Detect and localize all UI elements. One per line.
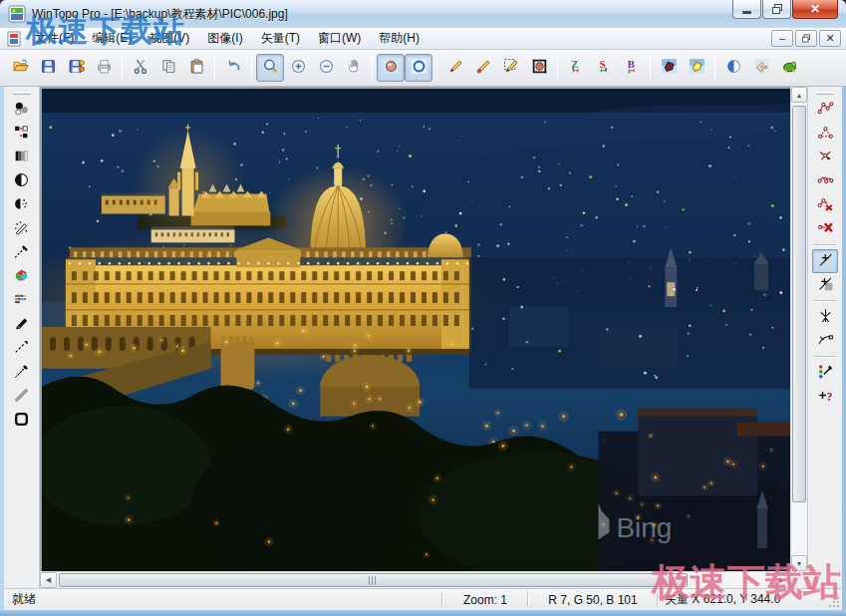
draw-pixel-line-button[interactable] xyxy=(9,313,35,337)
grayscale-button[interactable] xyxy=(9,98,35,122)
draw-thick-line-icon xyxy=(13,387,30,407)
pencil-button[interactable] xyxy=(441,54,469,82)
thin-b-button[interactable]: B xyxy=(618,54,646,82)
print-icon xyxy=(96,58,113,78)
restore-button[interactable] xyxy=(762,0,791,19)
pick-vector-color-icon xyxy=(817,363,834,383)
save-button[interactable] xyxy=(34,54,62,82)
svg-text:B: B xyxy=(627,59,634,70)
status-rgb: R 7, G 50, B 101 xyxy=(529,593,657,607)
scroll-right-button[interactable]: ▶ xyxy=(773,572,790,588)
menu-item-1[interactable]: 文件(F) xyxy=(26,28,83,49)
color-segmentation-button[interactable] xyxy=(9,265,35,289)
minimize-button[interactable] xyxy=(732,0,761,19)
polyline-nodes-button[interactable] xyxy=(812,98,838,122)
move-node-button[interactable] xyxy=(812,249,838,273)
clean-pixels-button[interactable] xyxy=(9,217,35,241)
svg-text:S: S xyxy=(599,59,605,70)
cut-button[interactable] xyxy=(127,54,154,82)
scroll-left-button[interactable]: ◀ xyxy=(40,572,57,588)
run-vectorize-icon xyxy=(781,58,798,78)
menu-item-2[interactable]: 编辑(E) xyxy=(83,28,141,49)
toolbar-grip[interactable] xyxy=(816,92,834,95)
join-polylines-icon xyxy=(817,171,834,191)
one-touch-vectorize-icon xyxy=(725,58,742,78)
undo-button[interactable] xyxy=(219,54,247,82)
resize-grip[interactable] xyxy=(826,589,842,610)
vector-extract-dark-button[interactable] xyxy=(655,54,683,82)
scroll-down-button[interactable]: ▼ xyxy=(791,555,807,571)
delete-node-button[interactable] xyxy=(812,193,838,217)
vertical-scroll-thumb[interactable] xyxy=(792,106,806,502)
thin-z-button[interactable]: Z xyxy=(562,54,590,82)
menu-item-5[interactable]: 矢量(T) xyxy=(252,28,309,49)
raster-view-button[interactable] xyxy=(377,54,405,82)
window-title: WinTopo Pro - [E:\backup\教程素材\PIC\006.jp… xyxy=(32,6,288,23)
open-button[interactable] xyxy=(6,54,34,82)
frame-border-button[interactable] xyxy=(9,409,35,433)
paste-button[interactable] xyxy=(182,54,210,82)
join-polylines-button[interactable] xyxy=(812,169,838,193)
trace-line-icon xyxy=(13,363,30,383)
menu-item-3[interactable]: 视图(V) xyxy=(141,28,198,49)
document-icon[interactable] xyxy=(6,31,22,47)
pick-vector-color-button[interactable] xyxy=(812,361,838,385)
interactive-trace-button[interactable] xyxy=(747,54,775,82)
what-is-this-button[interactable]: ? xyxy=(812,385,838,409)
titlebar[interactable]: WinTopo Pro - [E:\backup\教程素材\PIC\006.jp… xyxy=(0,0,846,28)
smooth-node-button[interactable] xyxy=(812,329,838,353)
zoom-in-button[interactable] xyxy=(284,54,312,82)
toolbar-separator xyxy=(372,55,373,81)
pan-button[interactable] xyxy=(340,54,368,82)
zoom-out-button[interactable] xyxy=(312,54,340,82)
junction-node-button[interactable] xyxy=(812,305,838,329)
vertical-scrollbar[interactable]: ▲ ▼ xyxy=(790,87,807,571)
app-window: WinTopo Pro - [E:\backup\教程素材\PIC\006.jp… xyxy=(0,0,846,616)
erase-pencil-button[interactable] xyxy=(469,54,497,82)
vector-view-button[interactable] xyxy=(405,54,432,82)
horizontal-scroll-track[interactable] xyxy=(58,572,772,588)
close-button[interactable]: ✕ xyxy=(792,0,838,19)
mdi-restore-button[interactable] xyxy=(795,30,817,47)
run-vectorize-button[interactable] xyxy=(775,54,803,82)
copy-button[interactable] xyxy=(154,54,182,82)
zoom-button[interactable] xyxy=(256,54,284,82)
select-area-icon xyxy=(503,58,520,78)
one-touch-vectorize-button[interactable] xyxy=(719,54,747,82)
palette-reduce-button[interactable] xyxy=(9,289,35,313)
menu-item-7[interactable]: 帮助(H) xyxy=(370,28,428,49)
mdi-minimize-button[interactable]: – xyxy=(771,30,793,47)
image-canvas[interactable]: Bing xyxy=(40,87,790,571)
vertical-scroll-track[interactable] xyxy=(791,104,807,554)
invert-colors-button[interactable] xyxy=(9,122,35,146)
thin-s-button[interactable]: S xyxy=(590,54,618,82)
draw-thick-line-button[interactable] xyxy=(9,385,35,409)
menu-item-6[interactable]: 窗口(W) xyxy=(309,28,370,49)
delete-polyline-button[interactable] xyxy=(812,217,838,241)
thin-z-icon: Z xyxy=(568,58,585,78)
horizontal-scroll-thumb[interactable] xyxy=(59,573,688,587)
smooth-node-icon xyxy=(817,331,834,351)
save-as-button[interactable] xyxy=(62,54,90,82)
vector-extract-light-button[interactable] xyxy=(683,54,710,82)
reduce-nodes-button[interactable] xyxy=(812,122,838,146)
toolbar-grip[interactable] xyxy=(13,92,31,95)
split-polyline-button[interactable] xyxy=(812,146,838,169)
print-button[interactable] xyxy=(90,54,118,82)
erase-dashed-line-button[interactable] xyxy=(9,241,35,265)
trace-line-button[interactable] xyxy=(9,361,35,385)
menu-item-4[interactable]: 图像(I) xyxy=(198,28,251,49)
what-is-this-icon: ? xyxy=(817,387,834,407)
mdi-close-button[interactable]: ✕ xyxy=(819,30,841,47)
draw-dashed-line-button[interactable] xyxy=(9,337,35,361)
scroll-up-button[interactable]: ▲ xyxy=(791,87,807,103)
threshold-button[interactable] xyxy=(9,169,35,193)
zoom-out-icon xyxy=(318,58,335,78)
dither-button[interactable] xyxy=(9,146,35,169)
delete-node-icon xyxy=(817,195,834,215)
despeckle-button[interactable] xyxy=(9,193,35,217)
snap-node-button[interactable] xyxy=(812,273,838,297)
crop-button[interactable] xyxy=(525,54,553,82)
select-area-button[interactable] xyxy=(497,54,525,82)
horizontal-scrollbar[interactable]: ◀ ▶ xyxy=(40,571,790,588)
